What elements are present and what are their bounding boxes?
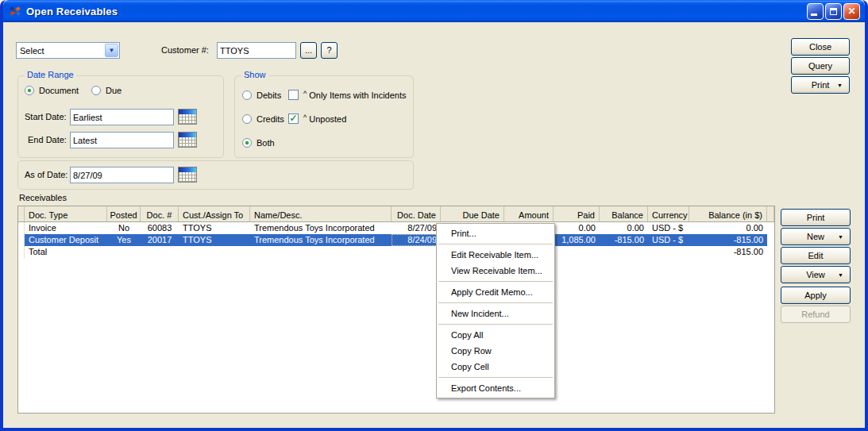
date-range-group: Date Range Document Due Start Date: End … bbox=[17, 75, 224, 158]
row-spacer bbox=[767, 246, 774, 258]
unposted-checkbox-label: Unposted bbox=[309, 114, 346, 124]
col-doc-number[interactable]: Doc. # bbox=[141, 206, 179, 221]
as-of-date-group: As of Date: bbox=[17, 160, 414, 190]
table-cell[interactable]: Yes bbox=[107, 234, 141, 246]
end-date-calendar-button[interactable] bbox=[178, 132, 197, 148]
header-spacer bbox=[767, 206, 774, 221]
unposted-checkbox[interactable]: ✓ ^ Unposted bbox=[288, 114, 346, 124]
table-cell[interactable]: TTOYS bbox=[179, 222, 250, 234]
menu-item-apply-credit-memo[interactable]: Apply Credit Memo... bbox=[437, 284, 554, 300]
col-posted[interactable]: Posted bbox=[107, 206, 141, 221]
table-cell[interactable]: USD - $ bbox=[648, 234, 689, 246]
col-due-date[interactable]: Due Date bbox=[441, 206, 504, 221]
query-button[interactable]: Query bbox=[791, 57, 850, 75]
as-of-date-calendar-button[interactable] bbox=[178, 167, 197, 183]
close-window-button[interactable]: ✕ bbox=[843, 3, 860, 20]
print-menu-label: Print bbox=[812, 80, 830, 90]
context-menu: Print... Edit Receivable Item... View Re… bbox=[436, 223, 555, 398]
col-balance[interactable]: Balance bbox=[600, 206, 648, 221]
col-currency[interactable]: Currency bbox=[648, 206, 689, 221]
table-row-selected[interactable]: Customer Deposit Yes 20017 TTOYS Tremend… bbox=[18, 234, 774, 246]
col-doc-date[interactable]: Doc. Date bbox=[392, 206, 441, 221]
menu-item-copy-all[interactable]: Copy All bbox=[437, 327, 554, 343]
table-cell[interactable]: TTOYS bbox=[179, 234, 250, 246]
table-cell[interactable]: 20017 bbox=[141, 234, 179, 246]
select-combobox[interactable]: Select ▼ bbox=[16, 42, 120, 59]
dropdown-arrow-icon: ▼ bbox=[838, 272, 843, 278]
calendar-grid bbox=[179, 114, 196, 124]
maximize-button[interactable] bbox=[825, 3, 842, 20]
table-cell bbox=[554, 246, 600, 258]
table-cell[interactable]: 1,085.00 bbox=[554, 234, 600, 246]
document-radio[interactable]: Document bbox=[25, 86, 79, 95]
debits-radio[interactable]: Debits bbox=[242, 90, 281, 100]
row-spacer bbox=[767, 222, 774, 234]
print-side-button[interactable]: Print bbox=[781, 209, 851, 226]
close-icon: ✕ bbox=[847, 6, 855, 16]
apply-button[interactable]: Apply bbox=[781, 287, 851, 304]
view-button[interactable]: View ▼ bbox=[781, 266, 851, 283]
table-cell[interactable]: 8/27/09 bbox=[392, 222, 441, 234]
table-cell-focused[interactable]: 8/24/09 bbox=[392, 234, 441, 246]
table-row[interactable]: Invoice No 60083 TTOYS Tremendous Toys I… bbox=[18, 222, 774, 234]
col-doc-type[interactable]: Doc. Type bbox=[25, 206, 107, 221]
menu-item-view-receivable-item[interactable]: View Receivable Item... bbox=[437, 263, 554, 279]
table-cell[interactable]: Tremendous Toys Incorporated bbox=[250, 234, 392, 246]
as-of-date-input[interactable] bbox=[70, 167, 174, 183]
menu-item-copy-row[interactable]: Copy Row bbox=[437, 343, 554, 359]
table-cell[interactable]: Tremendous Toys Incorporated bbox=[250, 222, 392, 234]
col-amount[interactable]: Amount bbox=[504, 206, 554, 221]
refund-button: Refund bbox=[781, 306, 851, 323]
table-cell[interactable]: -815.00 bbox=[689, 234, 767, 246]
minimize-icon bbox=[811, 13, 817, 16]
start-date-calendar-button[interactable] bbox=[178, 109, 197, 125]
customer-browse-button[interactable]: ... bbox=[300, 42, 317, 59]
due-radio[interactable]: Due bbox=[91, 86, 122, 95]
table-cell bbox=[392, 246, 441, 258]
table-cell[interactable]: Invoice bbox=[25, 222, 107, 234]
table-cell[interactable]: No bbox=[107, 222, 141, 234]
calendar-grid bbox=[179, 172, 196, 182]
start-date-input[interactable] bbox=[70, 109, 174, 125]
table-cell[interactable]: USD - $ bbox=[648, 222, 689, 234]
menu-item-copy-cell[interactable]: Copy Cell bbox=[437, 359, 554, 375]
both-radio[interactable]: Both bbox=[242, 138, 275, 148]
table-cell[interactable]: Customer Deposit bbox=[25, 234, 107, 246]
only-items-with-incidents-checkbox[interactable]: ^ Only Items with Incidents bbox=[288, 90, 407, 100]
radio-icon bbox=[91, 86, 101, 95]
credits-radio-label: Credits bbox=[257, 114, 284, 124]
show-group: Show Debits ^ Only Items with Incidents … bbox=[234, 75, 414, 158]
table-cell[interactable]: 0.00 bbox=[600, 222, 648, 234]
new-button[interactable]: New ▼ bbox=[781, 228, 851, 245]
print-menu-button[interactable]: Print ▼ bbox=[791, 76, 850, 94]
dropdown-arrow-icon: ▼ bbox=[837, 83, 843, 88]
table-cell[interactable]: 0.00 bbox=[689, 222, 767, 234]
col-name-desc[interactable]: Name/Desc. bbox=[250, 206, 392, 221]
menu-item-export-contents[interactable]: Export Contents... bbox=[437, 380, 554, 396]
edit-button[interactable]: Edit bbox=[781, 247, 851, 264]
close-button[interactable]: Close bbox=[791, 38, 850, 56]
minimize-button[interactable] bbox=[807, 3, 824, 20]
table-row-total: Total -815.00 bbox=[18, 246, 774, 258]
table-cell[interactable]: -815.00 bbox=[600, 234, 648, 246]
open-receivables-window: Open Receivables ✕ Select ▼ Customer #: … bbox=[0, 0, 868, 431]
table-cell[interactable]: 0.00 bbox=[554, 222, 600, 234]
end-date-input[interactable] bbox=[70, 132, 174, 148]
menu-item-edit-receivable-item[interactable]: Edit Receivable Item... bbox=[437, 247, 554, 263]
menu-item-print[interactable]: Print... bbox=[437, 225, 554, 241]
table-cell[interactable]: 60083 bbox=[141, 222, 179, 234]
row-gutter bbox=[18, 234, 25, 246]
customer-help-button[interactable]: ? bbox=[321, 42, 338, 59]
app-icon bbox=[9, 5, 21, 17]
debits-radio-label: Debits bbox=[257, 90, 281, 100]
col-balance-in-dollars[interactable]: Balance (in $) bbox=[689, 206, 767, 221]
col-cust-assign-to[interactable]: Cust./Assign To bbox=[179, 206, 250, 221]
col-paid[interactable]: Paid bbox=[554, 206, 600, 221]
dropdown-arrow-icon: ▼ bbox=[838, 234, 843, 240]
caret-mark: ^ bbox=[303, 90, 307, 98]
credits-radio[interactable]: Credits bbox=[242, 114, 284, 124]
customer-number-input[interactable] bbox=[217, 42, 296, 59]
menu-item-new-incident[interactable]: New Incident... bbox=[437, 306, 554, 321]
row-gutter bbox=[18, 246, 25, 258]
radio-icon bbox=[25, 86, 34, 95]
